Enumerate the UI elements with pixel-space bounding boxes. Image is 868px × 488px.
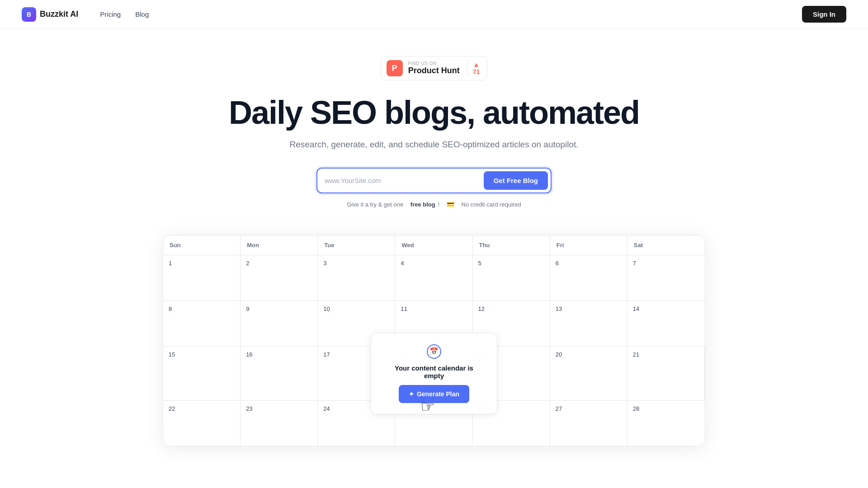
helper-text-1: Give it a try & get one (347, 201, 403, 208)
cal-cell-23: 23 (241, 401, 318, 446)
product-hunt-logo: P (387, 60, 403, 76)
helper-text: Give it a try & get one free blog! 💳 No … (347, 201, 521, 208)
cal-cell-14: 14 (627, 301, 705, 346)
cal-cell-21: 21 (627, 347, 705, 400)
calendar-header: Sun Mon Tue Wed Thu Fri Sat (163, 235, 705, 255)
product-hunt-badge[interactable]: P FIND US ON Product Hunt ▲ 71 (381, 56, 488, 80)
cursor-pointer: ☞ (420, 397, 435, 416)
card-icon: 💳 (447, 201, 454, 208)
ph-votes-container: ▲ 71 (467, 61, 480, 75)
cal-cell-6: 6 (550, 255, 627, 300)
ph-arrow-icon: ▲ (473, 61, 480, 68)
cal-cell-8: 8 (163, 301, 241, 346)
get-free-blog-button[interactable]: Get Free Blog (484, 171, 548, 190)
day-sat: Sat (627, 235, 705, 255)
day-fri: Fri (550, 235, 627, 255)
cal-cell-4: 4 (395, 255, 472, 300)
cal-cell-15: 15 (163, 347, 241, 400)
helper-exclaim: ! (438, 201, 440, 208)
helper-bold: free blog (410, 201, 435, 208)
calendar-week-3: 15 16 17 18 19 20 21 📅 Your content cale… (163, 347, 705, 401)
nav-blog[interactable]: Blog (135, 10, 149, 18)
hero-section: P FIND US ON Product Hunt ▲ 71 Daily SEO… (220, 29, 648, 226)
ph-find-label: FIND US ON (408, 61, 460, 66)
day-wed: Wed (395, 235, 472, 255)
cal-cell-16: 16 (241, 347, 318, 400)
calendar-week-1: 1 2 3 4 5 6 7 (163, 255, 705, 301)
calendar-section: Sun Mon Tue Wed Thu Fri Sat 1 2 3 4 5 6 … (163, 235, 705, 446)
calendar-empty-icon: 📅 (427, 344, 441, 359)
cal-cell-7: 7 (627, 255, 705, 300)
product-hunt-text: FIND US ON Product Hunt (408, 61, 460, 75)
cal-cell-1: 1 (163, 255, 241, 300)
cal-cell-2: 2 (241, 255, 318, 300)
cal-cell-22: 22 (163, 401, 241, 446)
calendar-empty-text: Your content calendar is empty (387, 364, 481, 380)
day-tue: Tue (318, 235, 395, 255)
nav-links: Pricing Blog (100, 10, 149, 18)
logo[interactable]: B Buzzkit AI (22, 7, 78, 22)
day-mon: Mon (241, 235, 318, 255)
cal-cell-3: 3 (318, 255, 395, 300)
navbar: B Buzzkit AI Pricing Blog Sign In (0, 0, 868, 29)
sparkle-icon: ✦ (409, 390, 414, 398)
logo-text: Buzzkit AI (40, 9, 78, 19)
hero-title: Daily SEO blogs, automated (229, 95, 639, 131)
cal-cell-5: 5 (473, 255, 550, 300)
ph-name-label: Product Hunt (408, 66, 460, 75)
calendar-grid: 1 2 3 4 5 6 7 8 9 10 11 12 13 14 15 16 (163, 255, 705, 446)
url-input-group: Get Free Blog (316, 168, 552, 193)
cal-cell-20: 20 (550, 347, 627, 400)
main-content: P FIND US ON Product Hunt ▲ 71 Daily SEO… (0, 0, 868, 446)
ph-vote-count: 71 (473, 68, 480, 75)
nav-pricing[interactable]: Pricing (100, 10, 121, 18)
cal-cell-13: 13 (550, 301, 627, 346)
cal-cell-9: 9 (241, 301, 318, 346)
cal-cell-27: 27 (550, 401, 627, 446)
helper-text-2: No credit card required (462, 201, 521, 208)
cal-cell-28: 28 (627, 401, 705, 446)
signin-button[interactable]: Sign In (802, 6, 846, 23)
logo-icon: B (22, 7, 36, 22)
calendar-empty-overlay: 📅 Your content calendar is empty ✦ Gener… (371, 333, 497, 414)
generate-plan-label: Generate Plan (417, 390, 459, 398)
url-input[interactable] (325, 177, 484, 184)
day-thu: Thu (473, 235, 550, 255)
day-sun: Sun (163, 235, 241, 255)
hero-subtitle: Research, generate, edit, and schedule S… (290, 140, 579, 150)
